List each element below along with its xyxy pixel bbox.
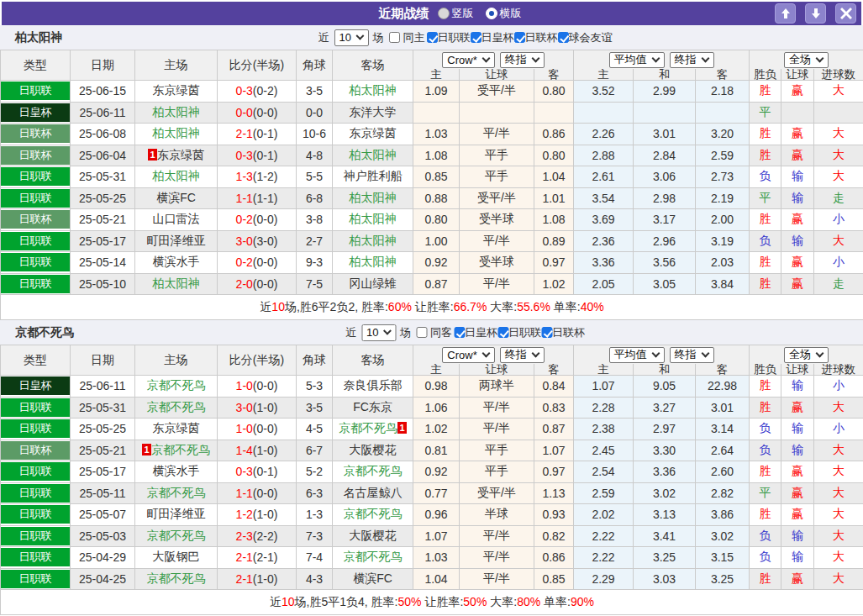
layout-option-vertical[interactable]: 竖版 (438, 6, 474, 21)
odds-stage-select[interactable]: 终指 (500, 347, 545, 363)
match-count-select[interactable]: 10 (334, 29, 369, 46)
match-row: 日联杯25-05-211京都不死鸟1-4(1-0)6-7大阪樱花0.81平手1.… (1, 440, 863, 461)
result-cell: 大 (814, 81, 863, 103)
same-venue-label: 同客 (430, 325, 452, 340)
league-checkbox-0[interactable] (427, 32, 438, 43)
away-team-cell: 京都不死鸟 (333, 547, 413, 569)
date-cell: 25-05-14 (71, 252, 135, 274)
sub-col-header: 客 (696, 69, 750, 81)
move-down-button[interactable] (805, 3, 826, 24)
odds-cell: 0.92 (413, 252, 460, 274)
away-team-cell: 横滨FC (333, 568, 413, 590)
odds-cell: 受平/半 (460, 482, 534, 504)
odds-cell: 0.93 (534, 504, 574, 526)
col-header: 类型 (1, 345, 71, 376)
odds-cell: 平手 (460, 440, 534, 461)
date-cell: 25-06-04 (71, 145, 135, 166)
team-name-text: 京都不死鸟 (344, 464, 403, 477)
team-name-text: 大阪樱花 (350, 529, 397, 542)
score-cell: 3-0(3-0) (218, 230, 297, 252)
date-cell: 25-06-15 (71, 81, 135, 103)
avg-stage-select-value: 终指 (675, 52, 697, 67)
match-count-select[interactable]: 10 (361, 324, 396, 341)
league-checkbox-2[interactable] (514, 32, 525, 43)
odds-source-select[interactable]: Crow* (442, 52, 494, 68)
team-name-text: 东京绿茵 (350, 126, 397, 140)
home-team-cell: 柏太阳神 (135, 102, 218, 124)
away-team-cell: 冈山绿雉 (333, 273, 413, 295)
arrow-up-icon (780, 8, 792, 19)
layout-option-horizontal[interactable]: 横版 (486, 6, 522, 21)
sub-col-header: 主 (413, 364, 460, 376)
close-button[interactable] (835, 3, 856, 24)
avg-stage-select[interactable]: 终指 (670, 347, 714, 363)
avg-odds-cell: 3.14 (696, 419, 750, 440)
league-checkbox-2[interactable] (541, 327, 552, 338)
score-cell: 2-3(2-2) (218, 525, 297, 547)
odds-cell: 平/半 (460, 273, 534, 295)
odds-cell: 0.98 (413, 376, 460, 398)
result-cell: 大 (814, 166, 863, 188)
page-title: 近期战绩 (379, 6, 429, 22)
match-count-select-value: 10 (339, 31, 351, 44)
radio-horizontal-icon[interactable] (486, 8, 497, 19)
odds-cell: 0.80 (534, 81, 574, 103)
odds-cell: 0.81 (413, 440, 460, 461)
league-checkbox-1[interactable] (471, 32, 481, 43)
league-type-cell: 日联杯 (1, 145, 71, 166)
league-checkbox-1[interactable] (497, 327, 508, 338)
result-cell: 输 (781, 376, 814, 398)
avg-odds-cell: 3.27 (634, 397, 696, 419)
corner-cell: 4-3 (297, 568, 333, 590)
team-name-text: 京都不死鸟 (147, 571, 206, 585)
odds-source-select[interactable]: Crow* (442, 347, 494, 363)
avg-source-select[interactable]: 平均值 (609, 52, 665, 68)
result-cell: 平 (750, 187, 781, 209)
avg-odds-cell (696, 102, 750, 124)
league-type-badge: 日职联 (1, 189, 70, 208)
same-venue-checkbox[interactable] (416, 327, 427, 338)
odds-cell: 1.04 (413, 568, 460, 590)
league-checkbox-3[interactable] (558, 32, 569, 43)
sub-col-header: 胜负 (750, 364, 781, 376)
same-venue-checkbox[interactable] (389, 32, 400, 43)
odds-cell: 0.89 (534, 230, 574, 252)
card-count-badge: 1 (148, 149, 157, 161)
date-cell: 25-05-21 (71, 440, 135, 461)
radio-vertical-label: 竖版 (452, 6, 474, 21)
odds-cell: 1.03 (413, 547, 460, 569)
match-row: 日职联25-04-29大阪钢巴2-1(2-1)7-4京都不死鸟1.03平/半0.… (1, 547, 863, 569)
sub-col-header: 客 (534, 364, 574, 376)
radio-vertical-icon[interactable] (438, 8, 450, 19)
avg-stage-select[interactable]: 终指 (670, 52, 714, 68)
result-cell: 输 (781, 230, 814, 252)
avg-odds-cell: 2.45 (574, 440, 634, 461)
avg-odds-cell: 2.59 (696, 145, 750, 166)
result-scope-select[interactable]: 全场 (784, 347, 829, 363)
team-header-bar: 京都不死鸟近10场同客日皇杯日职联日联杯 (0, 320, 863, 345)
date-cell: 25-05-21 (71, 209, 135, 231)
result-cell: 负 (750, 525, 781, 547)
match-row: 日职联25-05-17横滨水手0-3(0-1)5-2京都不死鸟0.92平手0.9… (1, 461, 863, 483)
team-name-text: 京都不死鸟 (344, 550, 403, 563)
filter-controls: 近10场同客日皇杯日职联日联杯 (345, 324, 585, 341)
avg-source-select-value: 平均值 (614, 52, 647, 67)
result-cell: 负 (750, 419, 781, 440)
result-cell: 赢 (781, 124, 814, 145)
corner-cell: 7-3 (297, 525, 333, 547)
same-venue-label: 同主 (403, 30, 425, 45)
avg-source-select[interactable]: 平均值 (609, 347, 665, 363)
date-cell: 25-04-29 (71, 547, 135, 569)
odds-stage-select[interactable]: 终指 (500, 52, 545, 68)
odds-cell: 平/半 (460, 124, 534, 145)
arrow-down-icon (810, 8, 822, 19)
league-type-badge: 日职联 (1, 167, 70, 186)
score-cell: 0-2(0-0) (218, 209, 297, 231)
result-scope-select[interactable]: 全场 (784, 52, 829, 68)
move-up-button[interactable] (775, 3, 796, 24)
odds-cell: 0.80 (534, 145, 574, 166)
score-cell: 2-0(0-0) (218, 273, 297, 295)
result-cell: 大 (814, 482, 863, 504)
league-checkbox-0[interactable] (454, 327, 465, 338)
odds-cell (534, 102, 574, 124)
